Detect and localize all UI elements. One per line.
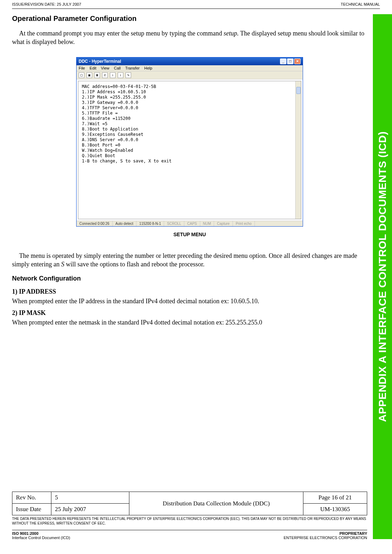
ip-mask-text: When prompted enter the netmask in the s… <box>12 319 367 326</box>
menu-edit[interactable]: Edit <box>90 66 96 70</box>
send-icon[interactable]: ⇩ <box>110 72 116 78</box>
terminal-line: B.)Boot Port =0 <box>82 143 297 148</box>
terminal-line: Q.)Quiet Boot <box>82 153 297 159</box>
status-settings: 115200 8-N-1 <box>136 221 164 226</box>
proprietary-label: PROPRIETARY <box>340 531 367 536</box>
issue-date-label: Issue Date <box>12 504 51 515</box>
status-printecho: Print echo <box>233 221 255 226</box>
revision-table: Rev No. 5 Distribution Data Collection M… <box>12 492 367 515</box>
menu-help[interactable]: Help <box>144 66 152 70</box>
terminal-line: 7.)Wait =5 <box>82 121 297 127</box>
iso-label: ISO 9001:2000 <box>12 531 39 536</box>
terminal-area[interactable]: MAC address=00-03-F4-01-72-5B 1.)IP Addr… <box>78 81 301 219</box>
ip-address-text: When prompted enter the IP address in th… <box>12 298 367 305</box>
terminal-line: 1-B to change, S to save, X to exit <box>82 159 297 164</box>
scrollbar[interactable] <box>295 81 301 219</box>
side-tab-text: APPENDIX A INTERFACE CONTROL DOCUMENTS (… <box>376 131 388 422</box>
terminal-line: W.)Watch Dog=Enabled <box>82 148 297 153</box>
terminal-line: 3.)IP Gateway =0.0.0.0 <box>82 100 297 105</box>
window-title: DDC - HyperTerminal <box>79 59 121 64</box>
status-caps: CAPS <box>184 221 200 226</box>
terminal-line: A.)DNS Server =0.0.0.0 <box>82 137 297 143</box>
terminal-line: 2.)IP Mask =255.255.255.0 <box>82 95 297 100</box>
terminal-line: 8.)Boot to Application <box>82 127 297 132</box>
receive-icon[interactable]: ⇧ <box>118 72 123 78</box>
scrollbar-thumb[interactable] <box>296 87 301 94</box>
menu-call[interactable]: Call <box>114 66 121 70</box>
manual-type: TECHNICAL MANUAL <box>341 2 380 6</box>
page-number: Page 16 of 21 <box>303 492 367 504</box>
menu-file[interactable]: File <box>79 66 85 70</box>
close-button[interactable]: ✕ <box>294 59 301 64</box>
issue-date-value: 25 July 2007 <box>51 504 129 515</box>
terminal-line: 6.)Baudrate =115200 <box>82 116 297 121</box>
status-connected: Connected 0:00:26 <box>77 221 113 226</box>
figure-caption: SETUP MENU <box>12 232 367 237</box>
call-icon[interactable]: ☎ <box>94 72 100 78</box>
disconnect-icon[interactable]: ✆ <box>102 72 108 78</box>
side-tab: APPENDIX A INTERFACE CONTROL DOCUMENTS (… <box>373 14 392 539</box>
issue-date: ISSUE/REVISION DATE: 25 JULY 2007 <box>12 2 81 6</box>
icd-label: Interface Control Document (ICD) <box>12 536 70 540</box>
new-icon[interactable]: □ <box>79 72 84 78</box>
maximize-button[interactable]: □ <box>287 59 293 64</box>
terminal-line: MAC address=00-03-F4-01-72-5B <box>82 84 297 89</box>
network-config-heading: Network Configuration <box>12 275 367 282</box>
open-icon[interactable]: ▣ <box>86 72 92 78</box>
terminal-line: 4.)TFTP Server=0.0.0.0 <box>82 105 297 111</box>
statusbar: Connected 0:00:26 Auto detect 115200 8-N… <box>77 221 303 226</box>
terminal-line: 1.)IP Address =10.60.5.10 <box>82 89 297 95</box>
status-num: NUM <box>200 221 214 226</box>
properties-icon[interactable]: ✎ <box>125 72 131 78</box>
menu-view[interactable]: View <box>101 66 110 70</box>
revno-value: 5 <box>51 492 129 504</box>
menubar: File Edit View Call Transfer Help <box>77 65 303 71</box>
status-capture: Capture <box>214 221 233 226</box>
menu-description: The menu is operated by simply entering … <box>12 251 367 269</box>
window-titlebar: DDC - HyperTerminal _ □ ✕ <box>77 57 303 65</box>
terminal-line: 9.)Exceptions CauseReset <box>82 132 297 137</box>
ip-mask-heading: 2) IP MASK <box>12 309 367 317</box>
module-name: Distribution Data Collection Module (DDC… <box>129 492 303 515</box>
minimize-button[interactable]: _ <box>280 59 286 64</box>
um-number: UM-130365 <box>303 504 367 515</box>
status-detect: Auto detect <box>113 221 137 226</box>
terminal-line: 5.)TFTP File = <box>82 111 297 116</box>
bottom-rule <box>12 530 367 530</box>
menu-transfer[interactable]: Transfer <box>125 66 140 70</box>
legal-notice: THE DATA PRESENTED HEREIN REPRESENTS THE… <box>12 517 367 526</box>
page-title: Operational Parameter Configuration <box>12 15 367 23</box>
corp-label: ENTERPRISE ELECTRONICS CORPORATION <box>284 536 367 540</box>
intro-paragraph: At the command prompt you may enter the … <box>12 29 367 46</box>
revno-label: Rev No. <box>12 492 51 504</box>
status-scroll: SCROLL <box>164 221 184 226</box>
ip-address-heading: 1) IP ADDRESS <box>12 288 367 295</box>
hyperterminal-window: DDC - HyperTerminal _ □ ✕ File Edit View… <box>76 57 303 227</box>
toolbar: □ ▣ ☎ ✆ ⇩ ⇧ ✎ <box>77 71 303 79</box>
